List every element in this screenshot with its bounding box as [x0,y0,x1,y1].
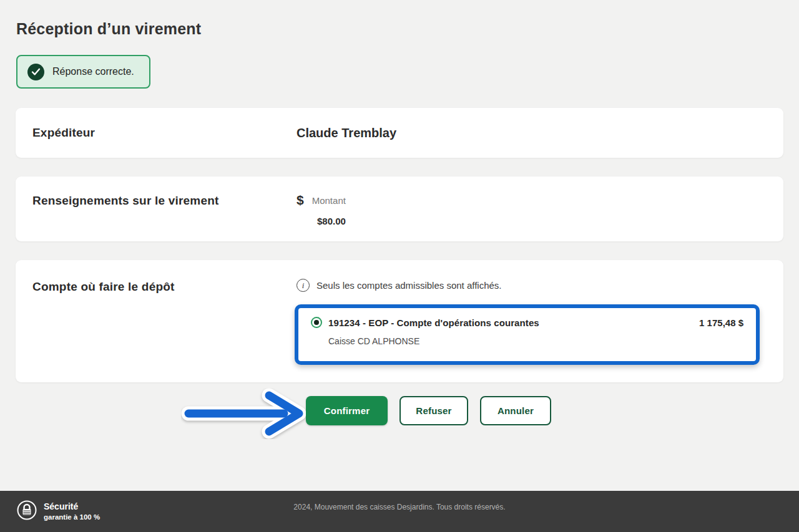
account-balance: 1 175,48 $ [699,317,743,328]
page: Réception d’un virement Réponse correcte… [0,0,799,532]
check-circle-icon [27,64,44,80]
eligible-accounts-text: Seuls les comptes admissibles sont affic… [316,280,502,291]
account-name: 191234 - EOP - Compte d'opérations coura… [328,317,539,328]
sender-value: Claude Tremblay [297,126,396,140]
page-title: Réception d’un virement [16,20,201,38]
footer: Sécurité garantie à 100 % 2024, Mouvemen… [0,491,799,532]
deposit-account-card: Compte où faire le dépôt i Seuls les com… [16,260,783,382]
copyright-text: 2024, Mouvement des caisses Desjardins. … [0,503,799,511]
sender-label: Expéditeur [16,126,297,140]
security-subtitle: garantie à 100 % [44,513,100,521]
success-alert: Réponse correcte. [16,55,150,89]
amount-field-label: Montant [312,195,346,206]
info-icon: i [297,279,310,292]
action-buttons: Confirmer Refuser Annuler [306,396,551,425]
pointer-arrow-annotation [181,388,306,439]
confirm-button[interactable]: Confirmer [306,396,388,425]
dollar-icon: $ [297,193,304,208]
success-alert-text: Réponse correcte. [52,66,134,77]
account-option-191234[interactable]: 191234 - EOP - Compte d'opérations coura… [295,304,760,365]
eligible-accounts-note: i Seuls les comptes admissibles sont aff… [297,260,783,292]
refuse-button[interactable]: Refuser [400,396,468,425]
amount-value: $80.00 [317,216,346,226]
account-radio-selected[interactable] [311,317,322,328]
deposit-label: Compte où faire le dépôt [16,260,297,382]
transfer-info-card: Renseignements sur le virement $ Montant… [16,177,783,241]
sender-card: Expéditeur Claude Tremblay [16,108,783,158]
cancel-button[interactable]: Annuler [480,396,551,425]
transfer-info-label: Renseignements sur le virement [16,177,297,241]
account-institution: Caisse CD ALPHONSE [328,336,743,346]
